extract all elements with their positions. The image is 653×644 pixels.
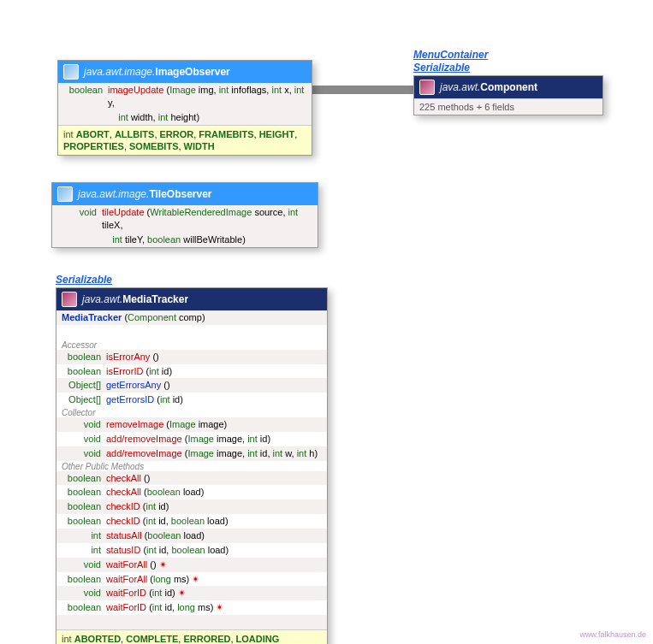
return-type: void: [57, 206, 102, 219]
method-row: booleanisErrorAny (): [56, 350, 327, 364]
watermark: www.falkhausen.de: [579, 630, 646, 639]
method-row: booleanwaitForID (int id, long ms) ✴: [56, 600, 327, 615]
return-type: boolean: [62, 472, 106, 485]
implements-serializable-mediatracker: Serializable: [56, 274, 112, 286]
summary-component: 225 methods + 6 fields: [414, 98, 603, 115]
name-component: Component: [480, 81, 537, 93]
ctor-sig: MediaTracker (Component comp): [62, 311, 205, 324]
method-sig: tileUpdate (WritableRenderedImage source…: [102, 206, 312, 232]
method-sig: checkAll (): [106, 472, 150, 485]
method-row: voidadd/removeImage (Image image, int id…: [56, 432, 327, 446]
method-row-cont: int tileY, boolean willBeWritable): [52, 233, 318, 247]
method-row: booleancheckID (int id): [56, 499, 327, 514]
method-sig: waitForAll () ✴: [106, 558, 167, 571]
connector-imageobserver-component: [306, 86, 418, 94]
method-row: voidwaitForID (int id) ✴: [56, 586, 327, 600]
return-type: int: [62, 529, 106, 542]
return-type: boolean: [62, 515, 106, 528]
method-sig: statusID (int id, boolean load): [106, 544, 229, 557]
method-sig: add/removeImage (Image image, int id, in…: [106, 447, 318, 460]
header-tile-observer: java.awt.image.TileObserver: [52, 183, 318, 205]
pkg-media-tracker: java.awt.: [82, 293, 122, 305]
method-sig: getErrorsID (int id): [106, 393, 183, 406]
method-row: intstatusAll (boolean load): [56, 529, 327, 543]
class-tile-observer: java.awt.image.TileObserver voidtileUpda…: [51, 182, 318, 248]
return-type: void: [62, 587, 106, 600]
method-sig: statusAll (boolean load): [106, 529, 205, 542]
method-row: Object[]getErrorsID (int id): [56, 393, 327, 407]
class-media-tracker: java.awt.MediaTracker MediaTracker (Comp…: [56, 287, 328, 644]
method-row: voidremoveImage (Image image): [56, 417, 327, 432]
method-sig: removeImage (Image image): [106, 418, 227, 431]
return-type: boolean: [62, 365, 106, 378]
method-row: voidtileUpdate (WritableRenderedImage so…: [52, 205, 318, 233]
header-image-observer: java.awt.image.ImageObserver: [58, 61, 312, 83]
method-row: Object[]getErrorsAny (): [56, 378, 327, 393]
method-sig: waitForID (int id) ✴: [106, 587, 186, 600]
return-type: void: [62, 447, 106, 460]
method-sig: waitForAll (long ms) ✴: [106, 573, 199, 586]
method-sig: waitForID (int id, long ms) ✴: [106, 601, 223, 614]
return-type: boolean: [62, 601, 106, 614]
method-row: voidadd/removeImage (Image image, int id…: [56, 446, 327, 461]
header-media-tracker: java.awt.MediaTracker: [56, 288, 327, 310]
section-collector: Collector: [56, 407, 327, 417]
method-row-cont: int width, int height): [58, 110, 312, 125]
return-type: boolean: [62, 486, 106, 499]
name-media-tracker: MediaTracker: [122, 293, 188, 305]
method-sig: checkID (int id, boolean load): [106, 515, 229, 528]
return-type: void: [62, 433, 106, 446]
class-icon: [62, 292, 77, 307]
pkg-tile-observer: java.awt.image.: [78, 188, 149, 200]
class-image-observer: java.awt.image.ImageObserver booleanimag…: [57, 60, 312, 156]
class-component: java.awt.Component 225 methods + 6 field…: [413, 75, 603, 115]
section-accessor: Accessor: [56, 340, 327, 350]
interface-icon: [63, 64, 79, 80]
return-type: boolean: [62, 500, 106, 513]
return-type: boolean: [63, 84, 108, 97]
pkg-component: java.awt.: [440, 81, 480, 93]
method-row: intstatusID (int id, boolean load): [56, 543, 327, 558]
method-row: booleanwaitForAll (long ms) ✴: [56, 572, 327, 587]
return-type: void: [62, 418, 106, 431]
class-icon: [419, 80, 435, 95]
constructor-row: MediaTracker (Component comp): [56, 310, 327, 325]
return-type: boolean: [62, 573, 106, 586]
section-other: Other Public Methods: [56, 461, 327, 471]
interface-icon: [57, 186, 73, 202]
name-tile-observer: TileObserver: [149, 188, 211, 200]
return-type: int: [62, 544, 106, 557]
consts-media-tracker: int ABORTED, COMPLETE, ERRORED, LOADING: [56, 629, 327, 644]
consts-image-observer: int ABORT, ALLBITS, ERROR, FRAMEBITS, HE…: [58, 125, 312, 156]
method-row: booleanimageUpdate (Image img, int infof…: [58, 83, 312, 110]
method-sig: getErrorsAny (): [106, 379, 170, 392]
implements-serializable-component: Serializable: [413, 62, 470, 74]
method-sig: imageUpdate (Image img, int infoflags, i…: [108, 84, 306, 109]
return-type: Object[]: [62, 379, 106, 392]
method-row: voidwaitForAll () ✴: [56, 558, 327, 572]
method-row: booleancheckID (int id, boolean load): [56, 514, 327, 529]
method-sig: isErrorID (int id): [106, 365, 172, 378]
method-sig: checkID (int id): [106, 500, 169, 513]
return-type: Object[]: [62, 393, 106, 406]
method-sig: add/removeImage (Image image, int id): [106, 433, 270, 446]
method-row: booleanisErrorID (int id): [56, 364, 327, 379]
method-sig: checkAll (boolean load): [106, 486, 204, 499]
pkg-image-observer: java.awt.image.: [84, 66, 155, 78]
implements-menucontainer: MenuContainer: [413, 49, 488, 61]
method-row: booleancheckAll (): [56, 471, 327, 486]
method-sig: isErrorAny (): [106, 351, 159, 363]
return-type: boolean: [62, 351, 106, 363]
return-type: void: [62, 558, 106, 571]
name-image-observer: ImageObserver: [155, 66, 229, 78]
method-row: booleancheckAll (boolean load): [56, 485, 327, 499]
header-component: java.awt.Component: [414, 76, 603, 98]
